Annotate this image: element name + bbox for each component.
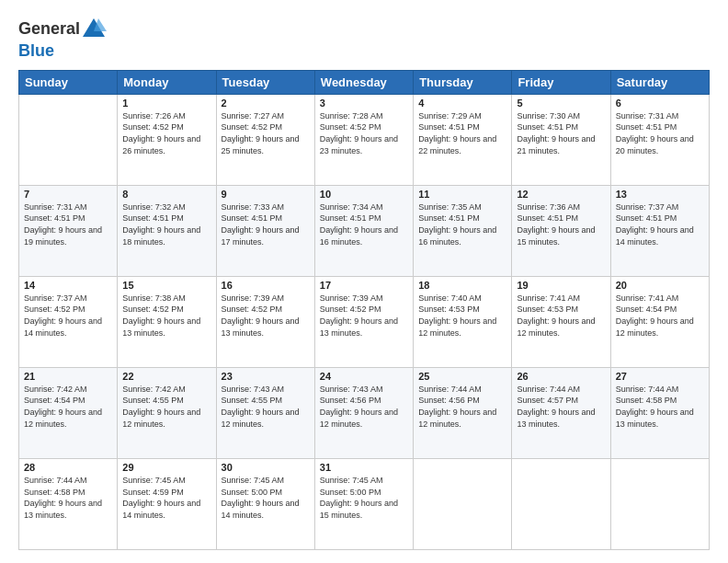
cell-details: Sunrise: 7:45 AMSunset: 5:00 PMDaylight:… bbox=[222, 475, 310, 521]
day-number: 8 bbox=[122, 189, 210, 200]
day-number: 22 bbox=[122, 371, 210, 382]
calendar-cell: 29Sunrise: 7:45 AMSunset: 4:59 PMDayligh… bbox=[118, 458, 216, 549]
calendar-cell: 23Sunrise: 7:43 AMSunset: 4:55 PMDayligh… bbox=[216, 367, 314, 458]
cell-details: Sunrise: 7:36 AMSunset: 4:51 PMDaylight:… bbox=[517, 201, 605, 247]
calendar-cell: 13Sunrise: 7:37 AMSunset: 4:51 PMDayligh… bbox=[610, 185, 709, 276]
calendar-cell: 19Sunrise: 7:41 AMSunset: 4:53 PMDayligh… bbox=[512, 276, 610, 367]
cell-details: Sunrise: 7:44 AMSunset: 4:57 PMDaylight:… bbox=[517, 384, 605, 430]
day-number: 14 bbox=[24, 280, 112, 291]
day-number: 13 bbox=[616, 189, 704, 200]
col-header-saturday: Saturday bbox=[610, 70, 709, 94]
calendar-cell: 2Sunrise: 7:27 AMSunset: 4:52 PMDaylight… bbox=[216, 94, 314, 185]
cell-details: Sunrise: 7:34 AMSunset: 4:51 PMDaylight:… bbox=[320, 201, 408, 247]
day-number: 20 bbox=[616, 280, 704, 291]
day-number: 15 bbox=[122, 280, 210, 291]
day-number: 10 bbox=[320, 189, 408, 200]
day-number: 3 bbox=[320, 98, 408, 109]
calendar-cell: 14Sunrise: 7:37 AMSunset: 4:52 PMDayligh… bbox=[19, 276, 118, 367]
cell-details: Sunrise: 7:30 AMSunset: 4:51 PMDaylight:… bbox=[517, 110, 605, 156]
cell-details: Sunrise: 7:42 AMSunset: 4:55 PMDaylight:… bbox=[122, 384, 210, 430]
logo-general: General bbox=[18, 19, 80, 38]
col-header-monday: Monday bbox=[118, 70, 216, 94]
calendar-header-row: SundayMondayTuesdayWednesdayThursdayFrid… bbox=[19, 70, 710, 94]
day-number: 4 bbox=[418, 98, 506, 109]
cell-details: Sunrise: 7:37 AMSunset: 4:52 PMDaylight:… bbox=[24, 293, 112, 339]
calendar-cell: 11Sunrise: 7:35 AMSunset: 4:51 PMDayligh… bbox=[414, 185, 512, 276]
cell-details: Sunrise: 7:37 AMSunset: 4:51 PMDaylight:… bbox=[616, 201, 704, 247]
cell-details: Sunrise: 7:39 AMSunset: 4:52 PMDaylight:… bbox=[320, 293, 408, 339]
cell-details: Sunrise: 7:40 AMSunset: 4:53 PMDaylight:… bbox=[418, 293, 506, 339]
day-number: 17 bbox=[320, 280, 408, 291]
day-number: 27 bbox=[616, 371, 704, 382]
calendar-cell: 28Sunrise: 7:44 AMSunset: 4:58 PMDayligh… bbox=[19, 458, 118, 549]
logo-icon bbox=[81, 17, 107, 42]
logo-blue: Blue bbox=[18, 41, 54, 60]
calendar-cell: 5Sunrise: 7:30 AMSunset: 4:51 PMDaylight… bbox=[512, 94, 610, 185]
calendar-cell: 22Sunrise: 7:42 AMSunset: 4:55 PMDayligh… bbox=[118, 367, 216, 458]
calendar-cell bbox=[19, 94, 118, 185]
page-header: General Blue bbox=[18, 17, 710, 61]
calendar-table: SundayMondayTuesdayWednesdayThursdayFrid… bbox=[18, 70, 710, 550]
calendar-cell: 7Sunrise: 7:31 AMSunset: 4:51 PMDaylight… bbox=[19, 185, 118, 276]
calendar-cell: 18Sunrise: 7:40 AMSunset: 4:53 PMDayligh… bbox=[414, 276, 512, 367]
calendar-cell: 15Sunrise: 7:38 AMSunset: 4:52 PMDayligh… bbox=[118, 276, 216, 367]
cell-details: Sunrise: 7:43 AMSunset: 4:56 PMDaylight:… bbox=[320, 384, 408, 430]
cell-details: Sunrise: 7:27 AMSunset: 4:52 PMDaylight:… bbox=[222, 110, 310, 156]
cell-details: Sunrise: 7:44 AMSunset: 4:58 PMDaylight:… bbox=[616, 384, 704, 430]
calendar-cell: 3Sunrise: 7:28 AMSunset: 4:52 PMDaylight… bbox=[314, 94, 413, 185]
day-number: 23 bbox=[222, 371, 310, 382]
cell-details: Sunrise: 7:28 AMSunset: 4:52 PMDaylight:… bbox=[320, 110, 408, 156]
cell-details: Sunrise: 7:35 AMSunset: 4:51 PMDaylight:… bbox=[418, 201, 506, 247]
col-header-friday: Friday bbox=[512, 70, 610, 94]
cell-details: Sunrise: 7:38 AMSunset: 4:52 PMDaylight:… bbox=[122, 293, 210, 339]
day-number: 12 bbox=[517, 189, 605, 200]
logo: General Blue bbox=[18, 17, 108, 61]
calendar-cell: 6Sunrise: 7:31 AMSunset: 4:51 PMDaylight… bbox=[610, 94, 709, 185]
calendar-cell: 26Sunrise: 7:44 AMSunset: 4:57 PMDayligh… bbox=[512, 367, 610, 458]
day-number: 28 bbox=[24, 462, 112, 473]
calendar-week-5: 28Sunrise: 7:44 AMSunset: 4:58 PMDayligh… bbox=[19, 458, 710, 549]
day-number: 26 bbox=[517, 371, 605, 382]
day-number: 29 bbox=[122, 462, 210, 473]
day-number: 9 bbox=[222, 189, 310, 200]
calendar-cell: 24Sunrise: 7:43 AMSunset: 4:56 PMDayligh… bbox=[314, 367, 413, 458]
calendar-cell: 8Sunrise: 7:32 AMSunset: 4:51 PMDaylight… bbox=[118, 185, 216, 276]
calendar-cell: 31Sunrise: 7:45 AMSunset: 5:00 PMDayligh… bbox=[314, 458, 413, 549]
calendar-cell bbox=[610, 458, 709, 549]
cell-details: Sunrise: 7:44 AMSunset: 4:58 PMDaylight:… bbox=[24, 475, 112, 521]
calendar-cell: 30Sunrise: 7:45 AMSunset: 5:00 PMDayligh… bbox=[216, 458, 314, 549]
calendar-week-3: 14Sunrise: 7:37 AMSunset: 4:52 PMDayligh… bbox=[19, 276, 710, 367]
calendar-cell: 12Sunrise: 7:36 AMSunset: 4:51 PMDayligh… bbox=[512, 185, 610, 276]
day-number: 16 bbox=[222, 280, 310, 291]
calendar-cell bbox=[512, 458, 610, 549]
cell-details: Sunrise: 7:45 AMSunset: 4:59 PMDaylight:… bbox=[122, 475, 210, 521]
cell-details: Sunrise: 7:31 AMSunset: 4:51 PMDaylight:… bbox=[616, 110, 704, 156]
day-number: 24 bbox=[320, 371, 408, 382]
cell-details: Sunrise: 7:39 AMSunset: 4:52 PMDaylight:… bbox=[222, 293, 310, 339]
cell-details: Sunrise: 7:42 AMSunset: 4:54 PMDaylight:… bbox=[24, 384, 112, 430]
calendar-cell: 27Sunrise: 7:44 AMSunset: 4:58 PMDayligh… bbox=[610, 367, 709, 458]
day-number: 5 bbox=[517, 98, 605, 109]
calendar-cell bbox=[414, 458, 512, 549]
day-number: 30 bbox=[222, 462, 310, 473]
cell-details: Sunrise: 7:44 AMSunset: 4:56 PMDaylight:… bbox=[418, 384, 506, 430]
logo-text: General Blue bbox=[18, 17, 108, 61]
cell-details: Sunrise: 7:43 AMSunset: 4:55 PMDaylight:… bbox=[222, 384, 310, 430]
calendar-cell: 10Sunrise: 7:34 AMSunset: 4:51 PMDayligh… bbox=[314, 185, 413, 276]
day-number: 1 bbox=[122, 98, 210, 109]
day-number: 21 bbox=[24, 371, 112, 382]
calendar-cell: 25Sunrise: 7:44 AMSunset: 4:56 PMDayligh… bbox=[414, 367, 512, 458]
cell-details: Sunrise: 7:31 AMSunset: 4:51 PMDaylight:… bbox=[24, 201, 112, 247]
calendar-cell: 9Sunrise: 7:33 AMSunset: 4:51 PMDaylight… bbox=[216, 185, 314, 276]
calendar-week-1: 1Sunrise: 7:26 AMSunset: 4:52 PMDaylight… bbox=[19, 94, 710, 185]
calendar-cell: 20Sunrise: 7:41 AMSunset: 4:54 PMDayligh… bbox=[610, 276, 709, 367]
day-number: 6 bbox=[616, 98, 704, 109]
col-header-thursday: Thursday bbox=[414, 70, 512, 94]
calendar-cell: 16Sunrise: 7:39 AMSunset: 4:52 PMDayligh… bbox=[216, 276, 314, 367]
day-number: 7 bbox=[24, 189, 112, 200]
calendar-week-4: 21Sunrise: 7:42 AMSunset: 4:54 PMDayligh… bbox=[19, 367, 710, 458]
cell-details: Sunrise: 7:26 AMSunset: 4:52 PMDaylight:… bbox=[122, 110, 210, 156]
day-number: 11 bbox=[418, 189, 506, 200]
day-number: 19 bbox=[517, 280, 605, 291]
cell-details: Sunrise: 7:45 AMSunset: 5:00 PMDaylight:… bbox=[320, 475, 408, 521]
